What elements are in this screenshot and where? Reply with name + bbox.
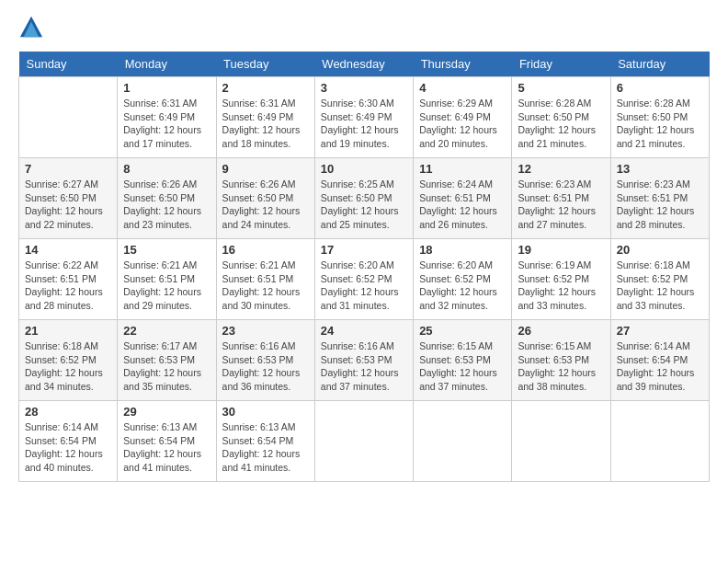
week-row-1: 1Sunrise: 6:31 AMSunset: 6:49 PMDaylight… <box>19 77 710 158</box>
calendar-cell: 30Sunrise: 6:13 AMSunset: 6:54 PMDayligh… <box>216 401 314 482</box>
day-info: Sunrise: 6:18 AMSunset: 6:52 PMDaylight:… <box>25 339 111 394</box>
day-number: 22 <box>123 324 210 338</box>
header-cell-thursday: Thursday <box>414 52 512 77</box>
day-number: 5 <box>518 81 604 95</box>
calendar-cell: 21Sunrise: 6:18 AMSunset: 6:52 PMDayligh… <box>19 320 118 401</box>
day-number: 6 <box>617 81 703 95</box>
week-row-5: 28Sunrise: 6:14 AMSunset: 6:54 PMDayligh… <box>19 401 710 482</box>
day-info: Sunrise: 6:30 AMSunset: 6:49 PMDaylight:… <box>321 97 407 151</box>
logo-icon <box>18 15 44 40</box>
day-info: Sunrise: 6:19 AMSunset: 6:52 PMDaylight:… <box>518 259 604 313</box>
week-row-4: 21Sunrise: 6:18 AMSunset: 6:52 PMDayligh… <box>19 320 710 401</box>
day-info: Sunrise: 6:13 AMSunset: 6:54 PMDaylight:… <box>222 420 309 475</box>
calendar-cell: 28Sunrise: 6:14 AMSunset: 6:54 PMDayligh… <box>19 401 118 482</box>
calendar-cell: 13Sunrise: 6:23 AMSunset: 6:51 PMDayligh… <box>610 158 709 239</box>
day-info: Sunrise: 6:26 AMSunset: 6:50 PMDaylight:… <box>222 178 309 232</box>
calendar-cell: 25Sunrise: 6:15 AMSunset: 6:53 PMDayligh… <box>414 320 512 401</box>
day-info: Sunrise: 6:16 AMSunset: 6:53 PMDaylight:… <box>222 339 309 394</box>
header <box>18 15 710 40</box>
calendar-cell: 19Sunrise: 6:19 AMSunset: 6:52 PMDayligh… <box>512 239 610 320</box>
day-number: 7 <box>25 162 111 176</box>
day-info: Sunrise: 6:29 AMSunset: 6:49 PMDaylight:… <box>419 97 506 151</box>
header-cell-sunday: Sunday <box>19 52 118 77</box>
day-info: Sunrise: 6:16 AMSunset: 6:53 PMDaylight:… <box>321 339 407 394</box>
calendar-header: SundayMondayTuesdayWednesdayThursdayFrid… <box>19 52 710 77</box>
logo <box>18 15 48 40</box>
day-number: 25 <box>419 324 506 338</box>
day-info: Sunrise: 6:22 AMSunset: 6:51 PMDaylight:… <box>25 259 111 313</box>
header-cell-wednesday: Wednesday <box>314 52 413 77</box>
day-number: 13 <box>617 162 703 176</box>
day-info: Sunrise: 6:14 AMSunset: 6:54 PMDaylight:… <box>25 420 111 475</box>
day-info: Sunrise: 6:28 AMSunset: 6:50 PMDaylight:… <box>518 97 604 151</box>
day-number: 23 <box>222 324 309 338</box>
day-info: Sunrise: 6:26 AMSunset: 6:50 PMDaylight:… <box>123 178 210 232</box>
calendar-cell: 14Sunrise: 6:22 AMSunset: 6:51 PMDayligh… <box>19 239 118 320</box>
day-info: Sunrise: 6:21 AMSunset: 6:51 PMDaylight:… <box>222 259 309 313</box>
calendar-cell: 5Sunrise: 6:28 AMSunset: 6:50 PMDaylight… <box>512 77 610 158</box>
day-info: Sunrise: 6:28 AMSunset: 6:50 PMDaylight:… <box>617 97 703 151</box>
header-cell-friday: Friday <box>512 52 610 77</box>
calendar-cell: 10Sunrise: 6:25 AMSunset: 6:50 PMDayligh… <box>314 158 413 239</box>
day-info: Sunrise: 6:18 AMSunset: 6:52 PMDaylight:… <box>617 259 703 313</box>
day-number: 3 <box>321 81 407 95</box>
week-row-2: 7Sunrise: 6:27 AMSunset: 6:50 PMDaylight… <box>19 158 710 239</box>
calendar-cell: 8Sunrise: 6:26 AMSunset: 6:50 PMDaylight… <box>118 158 216 239</box>
calendar-cell <box>610 401 709 482</box>
calendar-cell: 22Sunrise: 6:17 AMSunset: 6:53 PMDayligh… <box>118 320 216 401</box>
day-info: Sunrise: 6:23 AMSunset: 6:51 PMDaylight:… <box>617 178 703 232</box>
calendar-cell: 26Sunrise: 6:15 AMSunset: 6:53 PMDayligh… <box>512 320 610 401</box>
day-number: 30 <box>222 405 309 419</box>
day-number: 9 <box>222 162 309 176</box>
day-number: 20 <box>617 243 703 257</box>
day-number: 11 <box>419 162 506 176</box>
calendar-cell <box>414 401 512 482</box>
calendar-cell <box>512 401 610 482</box>
day-number: 17 <box>321 243 407 257</box>
calendar-cell: 3Sunrise: 6:30 AMSunset: 6:49 PMDaylight… <box>314 77 413 158</box>
day-info: Sunrise: 6:25 AMSunset: 6:50 PMDaylight:… <box>321 178 407 232</box>
calendar-cell <box>314 401 413 482</box>
week-row-3: 14Sunrise: 6:22 AMSunset: 6:51 PMDayligh… <box>19 239 710 320</box>
calendar-cell: 20Sunrise: 6:18 AMSunset: 6:52 PMDayligh… <box>610 239 709 320</box>
day-info: Sunrise: 6:24 AMSunset: 6:51 PMDaylight:… <box>419 178 506 232</box>
day-number: 10 <box>321 162 407 176</box>
calendar-cell: 15Sunrise: 6:21 AMSunset: 6:51 PMDayligh… <box>118 239 216 320</box>
day-info: Sunrise: 6:31 AMSunset: 6:49 PMDaylight:… <box>222 97 309 151</box>
day-info: Sunrise: 6:27 AMSunset: 6:50 PMDaylight:… <box>25 178 111 232</box>
day-number: 18 <box>419 243 506 257</box>
day-info: Sunrise: 6:31 AMSunset: 6:49 PMDaylight:… <box>123 97 210 151</box>
day-info: Sunrise: 6:15 AMSunset: 6:53 PMDaylight:… <box>419 339 506 394</box>
calendar-cell: 16Sunrise: 6:21 AMSunset: 6:51 PMDayligh… <box>216 239 314 320</box>
calendar-cell: 2Sunrise: 6:31 AMSunset: 6:49 PMDaylight… <box>216 77 314 158</box>
calendar-cell: 17Sunrise: 6:20 AMSunset: 6:52 PMDayligh… <box>314 239 413 320</box>
day-number: 28 <box>25 405 111 419</box>
day-number: 19 <box>518 243 604 257</box>
calendar-cell: 18Sunrise: 6:20 AMSunset: 6:52 PMDayligh… <box>414 239 512 320</box>
header-cell-monday: Monday <box>118 52 216 77</box>
day-number: 24 <box>321 324 407 338</box>
calendar: SundayMondayTuesdayWednesdayThursdayFrid… <box>18 52 710 482</box>
day-number: 21 <box>25 324 111 338</box>
calendar-cell: 11Sunrise: 6:24 AMSunset: 6:51 PMDayligh… <box>414 158 512 239</box>
calendar-cell: 23Sunrise: 6:16 AMSunset: 6:53 PMDayligh… <box>216 320 314 401</box>
calendar-cell: 24Sunrise: 6:16 AMSunset: 6:53 PMDayligh… <box>314 320 413 401</box>
day-number: 4 <box>419 81 506 95</box>
day-number: 29 <box>123 405 210 419</box>
calendar-cell: 6Sunrise: 6:28 AMSunset: 6:50 PMDaylight… <box>610 77 709 158</box>
calendar-cell <box>19 77 118 158</box>
calendar-cell: 29Sunrise: 6:13 AMSunset: 6:54 PMDayligh… <box>118 401 216 482</box>
calendar-cell: 7Sunrise: 6:27 AMSunset: 6:50 PMDaylight… <box>19 158 118 239</box>
calendar-cell: 1Sunrise: 6:31 AMSunset: 6:49 PMDaylight… <box>118 77 216 158</box>
header-row: SundayMondayTuesdayWednesdayThursdayFrid… <box>19 52 710 77</box>
calendar-body: 1Sunrise: 6:31 AMSunset: 6:49 PMDaylight… <box>19 77 710 482</box>
calendar-cell: 9Sunrise: 6:26 AMSunset: 6:50 PMDaylight… <box>216 158 314 239</box>
day-number: 8 <box>123 162 210 176</box>
day-info: Sunrise: 6:14 AMSunset: 6:54 PMDaylight:… <box>617 339 703 394</box>
day-number: 15 <box>123 243 210 257</box>
day-number: 27 <box>617 324 703 338</box>
day-info: Sunrise: 6:17 AMSunset: 6:53 PMDaylight:… <box>123 339 210 394</box>
header-cell-saturday: Saturday <box>610 52 709 77</box>
day-number: 26 <box>518 324 604 338</box>
day-number: 12 <box>518 162 604 176</box>
